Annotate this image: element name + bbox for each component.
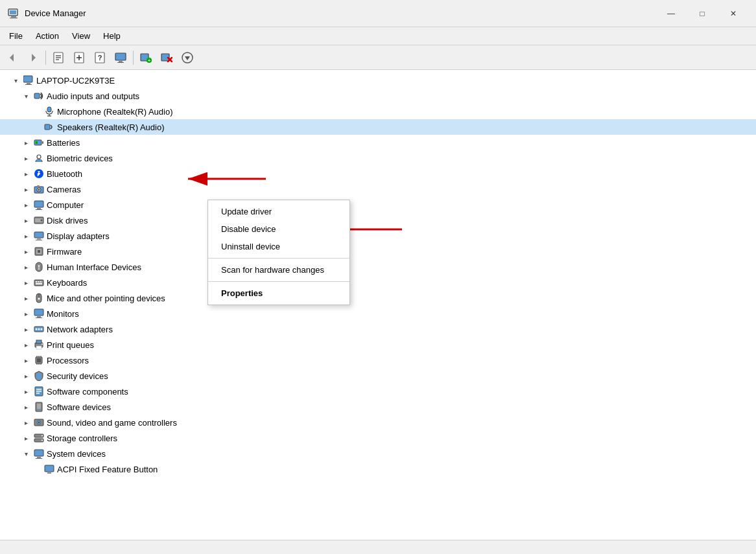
microphone-label: Microphone (Realtek(R) Audio) bbox=[57, 107, 172, 117]
tree-item-biometric[interactable]: ▸ Biometric devices bbox=[0, 150, 756, 166]
svg-rect-2 bbox=[11, 16, 16, 17]
tree-item-print[interactable]: ▸ Print queues bbox=[0, 337, 756, 352]
hid-expander[interactable]: ▸ bbox=[21, 262, 31, 272]
system-icon bbox=[33, 448, 45, 459]
softwaredevices-expander[interactable]: ▸ bbox=[21, 402, 31, 412]
storage-expander[interactable]: ▸ bbox=[21, 433, 31, 443]
context-menu-uninstall-device[interactable]: Uninstall device bbox=[208, 238, 349, 255]
svg-rect-3 bbox=[10, 17, 18, 19]
mice-expander[interactable]: ▸ bbox=[21, 293, 31, 303]
tree-item-microphone[interactable]: ▸ Microphone (Realtek(R) Audio) bbox=[0, 104, 756, 119]
svg-text:?: ? bbox=[98, 54, 102, 62]
computer-expander[interactable]: ▸ bbox=[21, 200, 31, 210]
audio-expander[interactable]: ▾ bbox=[21, 91, 31, 101]
security-expander[interactable]: ▸ bbox=[21, 371, 31, 381]
context-menu-disable-device[interactable]: Disable device bbox=[208, 220, 349, 238]
tree-root[interactable]: ▾ LAPTOP-UC2K9T3E bbox=[0, 73, 756, 88]
status-bar bbox=[0, 540, 756, 554]
remove-device-icon bbox=[161, 52, 172, 63]
display-button[interactable] bbox=[111, 48, 130, 67]
svg-rect-62 bbox=[41, 281, 42, 283]
device-tree[interactable]: ▾ LAPTOP-UC2K9T3E ▾ Au bbox=[0, 70, 756, 540]
monitors-expander[interactable]: ▸ bbox=[21, 308, 31, 319]
tree-item-speakers[interactable]: ▸ Speakers (Realtek(R) Audio) bbox=[0, 119, 756, 135]
close-button[interactable]: ✕ bbox=[718, 3, 748, 24]
tree-item-system[interactable]: ▾ System devices bbox=[0, 446, 756, 461]
tree-item-acpi[interactable]: ▸ ACPI Fixed Feature Button bbox=[0, 461, 756, 477]
tree-item-bluetooth[interactable]: ▸ Bluetooth bbox=[0, 166, 756, 181]
window-controls: — □ ✕ bbox=[656, 3, 748, 24]
context-menu-properties[interactable]: Properties bbox=[208, 284, 349, 302]
context-menu-scan-hardware[interactable]: Scan for hardware changes bbox=[208, 261, 349, 279]
context-menu-sep-2 bbox=[208, 281, 349, 282]
cameras-expander[interactable]: ▸ bbox=[21, 184, 31, 194]
context-menu-update-driver[interactable]: Update driver bbox=[208, 203, 349, 220]
softwaredevices-icon bbox=[33, 401, 45, 413]
network-expander[interactable]: ▸ bbox=[21, 324, 31, 334]
batteries-expander[interactable]: ▸ bbox=[21, 137, 31, 148]
disk-expander[interactable]: ▸ bbox=[21, 215, 31, 225]
add-device-button[interactable]: + bbox=[136, 48, 156, 67]
menu-view[interactable]: View bbox=[65, 29, 97, 43]
display-expander[interactable]: ▸ bbox=[21, 231, 31, 241]
svg-rect-58 bbox=[34, 280, 43, 286]
tree-item-audio[interactable]: ▾ Audio inputs and outputs bbox=[0, 88, 756, 104]
tree-item-monitors[interactable]: ▸ Monitors bbox=[0, 306, 756, 321]
tree-item-display[interactable]: ▸ Display adapters bbox=[0, 228, 756, 244]
svg-rect-60 bbox=[38, 281, 39, 283]
svg-rect-35 bbox=[42, 141, 43, 144]
svg-point-41 bbox=[38, 189, 40, 191]
tree-item-computer[interactable]: ▸ Computer bbox=[0, 197, 756, 213]
svg-rect-16 bbox=[119, 61, 123, 62]
minimize-button[interactable]: — bbox=[656, 3, 686, 24]
forward-button[interactable] bbox=[23, 48, 43, 67]
biometric-expander[interactable]: ▸ bbox=[21, 153, 31, 163]
print-expander[interactable]: ▸ bbox=[21, 340, 31, 350]
title-bar: Device Manager — □ ✕ bbox=[0, 0, 756, 27]
menu-help[interactable]: Help bbox=[97, 29, 127, 43]
tree-item-hid[interactable]: ▸ Human Interface Devices bbox=[0, 259, 756, 275]
tree-item-processors[interactable]: ▸ Processors bbox=[0, 352, 756, 368]
svg-marker-25 bbox=[185, 56, 190, 60]
processors-expander[interactable]: ▸ bbox=[21, 355, 31, 365]
main-content: ▾ LAPTOP-UC2K9T3E ▾ Au bbox=[0, 70, 756, 540]
bluetooth-expander[interactable]: ▸ bbox=[21, 168, 31, 179]
keyboards-expander[interactable]: ▸ bbox=[21, 277, 31, 288]
printer-icon bbox=[33, 339, 45, 351]
update-driver-button[interactable] bbox=[178, 48, 197, 67]
hid-label: Human Interface Devices bbox=[47, 262, 141, 272]
svg-rect-50 bbox=[37, 238, 41, 240]
sound-expander[interactable]: ▸ bbox=[21, 417, 31, 428]
back-button[interactable] bbox=[3, 48, 22, 67]
svg-rect-45 bbox=[36, 209, 42, 210]
tree-item-batteries[interactable]: ▸ Batteries bbox=[0, 135, 756, 150]
tree-item-keyboards[interactable]: ▸ Keyboards bbox=[0, 275, 756, 290]
menu-action[interactable]: Action bbox=[29, 29, 65, 43]
tree-item-softwaredevices[interactable]: ▸ Software devices bbox=[0, 399, 756, 415]
svg-point-73 bbox=[41, 329, 43, 330]
properties-button[interactable] bbox=[49, 48, 68, 67]
tree-item-network[interactable]: ▸ Network adapters bbox=[0, 321, 756, 337]
tree-item-firmware[interactable]: ▸ Firmware bbox=[0, 244, 756, 259]
menu-file[interactable]: File bbox=[3, 29, 29, 43]
help-button[interactable]: ? bbox=[90, 48, 110, 67]
softwarecomponents-expander[interactable]: ▸ bbox=[21, 386, 31, 397]
system-expander[interactable]: ▾ bbox=[21, 448, 31, 459]
maximize-button[interactable]: □ bbox=[687, 3, 717, 24]
tree-item-security[interactable]: ▸ Security devices bbox=[0, 368, 756, 384]
microphone-icon bbox=[43, 106, 55, 117]
tree-item-storage[interactable]: ▸ Storage controllers bbox=[0, 430, 756, 446]
monitors-label: Monitors bbox=[47, 309, 79, 319]
remove-device-button[interactable] bbox=[157, 48, 176, 67]
tree-item-disk[interactable]: ▸ Disk drives bbox=[0, 213, 756, 228]
speaker-icon bbox=[43, 121, 55, 133]
svg-rect-67 bbox=[34, 309, 43, 316]
tree-item-sound[interactable]: ▸ Sound, video and game controllers bbox=[0, 415, 756, 430]
tree-item-cameras[interactable]: ▸ Cameras bbox=[0, 181, 756, 197]
tree-item-mice[interactable]: ▸ Mice and other pointing devices bbox=[0, 290, 756, 306]
computer-icon bbox=[23, 75, 34, 86]
tree-item-softwarecomponents[interactable]: ▸ Software components bbox=[0, 384, 756, 399]
firmware-expander[interactable]: ▸ bbox=[21, 246, 31, 257]
root-expander[interactable]: ▾ bbox=[10, 75, 21, 86]
expand-button[interactable] bbox=[69, 48, 89, 67]
